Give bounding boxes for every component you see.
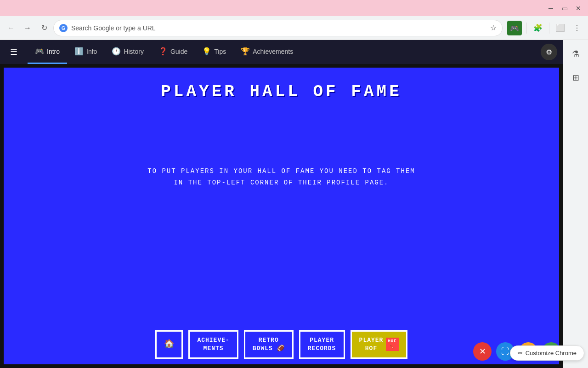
info-label: Info: [86, 48, 97, 55]
game-message-line1: TO PUT PLAYERS IN YOUR HALL OF FAME YOU …: [147, 166, 415, 177]
address-text: Search Google or type a URL: [71, 24, 486, 32]
game-nav-bar: ☰ 🎮 Intro ℹ️ Info 🕐 History ❓ Guide 💡 Ti…: [0, 40, 563, 64]
nav-item-info[interactable]: ℹ️ Info: [67, 40, 104, 64]
player-hof-label: PLAYERHOF: [359, 336, 384, 353]
fab-close-button[interactable]: ✕: [473, 342, 492, 361]
nav-item-achievements[interactable]: 🏆 Achievements: [233, 40, 300, 64]
close-button[interactable]: ✕: [572, 2, 584, 14]
google-logo: G: [59, 24, 68, 32]
customize-chrome-label: Customize Chrome: [526, 350, 577, 356]
fab-expand-icon: ⛶: [501, 347, 509, 356]
extensions-button[interactable]: 🧩: [531, 21, 545, 35]
maximize-button[interactable]: ▭: [559, 2, 571, 14]
game-content: PLAYER HALL OF FAME TO PUT PLAYERS IN YO…: [0, 64, 563, 368]
main-content: ☰ 🎮 Intro ℹ️ Info 🕐 History ❓ Guide 💡 Ti…: [0, 40, 563, 368]
intro-icon: 🎮: [35, 47, 44, 56]
toolbar-right: 🎮 🧩 ⬜ ⋮: [506, 20, 584, 36]
side-panel-grid-button[interactable]: ⊞: [567, 69, 584, 86]
browser-toolbar: ← → ↻ G Search Google or type a URL ☆ 🎮 …: [0, 16, 588, 40]
customize-chrome-icon: ✏: [518, 350, 523, 356]
minimize-button[interactable]: ─: [545, 2, 557, 14]
retro-bowls-game-button[interactable]: RETROBOWLS 🏈: [244, 330, 294, 359]
game-message: TO PUT PLAYERS IN YOUR HALL OF FAME YOU …: [129, 166, 433, 189]
nav-item-history[interactable]: 🕐 History: [104, 40, 151, 64]
nav-item-guide[interactable]: ❓ Guide: [151, 40, 195, 64]
achievements-label: Achievements: [253, 48, 293, 55]
title-bar: ─ ▭ ✕: [0, 0, 588, 16]
cast-button[interactable]: ⬜: [553, 21, 568, 35]
game-frame: PLAYER HALL OF FAME TO PUT PLAYERS IN YO…: [4, 68, 559, 364]
player-records-game-button[interactable]: PLAYERRECORDS: [299, 330, 345, 359]
customize-chrome-button[interactable]: ✏ Customize Chrome: [510, 345, 584, 361]
guide-icon: ❓: [158, 47, 168, 56]
hof-badge: HOF🔖: [386, 338, 398, 351]
flask-icon: ⚗: [572, 49, 579, 59]
back-button[interactable]: ←: [4, 21, 18, 35]
side-panel-flask-button[interactable]: ⚗: [567, 46, 584, 62]
guide-label: Guide: [170, 48, 187, 55]
forward-button[interactable]: →: [20, 21, 35, 35]
side-panel: ⚗ ⊞: [563, 40, 588, 368]
game-title: PLAYER HALL OF FAME: [161, 82, 401, 101]
nav-settings-button[interactable]: ⚙: [541, 44, 557, 60]
nav-item-tips[interactable]: 💡 Tips: [195, 40, 233, 64]
menu-button[interactable]: ⋮: [570, 21, 584, 35]
history-label: History: [124, 48, 144, 55]
settings-icon: ⚙: [546, 48, 552, 57]
hamburger-icon: ☰: [10, 47, 17, 57]
tips-icon: 💡: [202, 47, 211, 56]
extension-icon: 🎮: [507, 21, 522, 35]
game-extension-button[interactable]: 🎮: [506, 20, 523, 36]
tips-label: Tips: [214, 48, 226, 55]
history-icon: 🕐: [112, 47, 121, 56]
info-icon: ℹ️: [74, 47, 84, 56]
achievements-icon: 🏆: [241, 47, 250, 56]
toolbar-divider: [526, 23, 527, 34]
svg-text:🎮: 🎮: [510, 24, 519, 33]
game-message-line2: IN THE TOP-LEFT CORNER OF THEIR PROFILE …: [147, 177, 415, 189]
achievements-game-button[interactable]: ACHIEVE-MENTS: [188, 330, 238, 359]
intro-label: Intro: [47, 48, 60, 55]
grid-icon: ⊞: [572, 73, 579, 83]
player-hof-game-button[interactable]: PLAYERHOF HOF🔖: [351, 330, 407, 359]
nav-hamburger-button[interactable]: ☰: [6, 44, 22, 60]
bookmark-star-icon[interactable]: ☆: [490, 23, 497, 32]
address-bar[interactable]: G Search Google or type a URL ☆: [53, 20, 503, 36]
home-game-button[interactable]: 🏠: [155, 330, 183, 359]
fab-close-icon: ✕: [479, 346, 486, 356]
refresh-button[interactable]: ↻: [37, 21, 51, 35]
nav-item-intro[interactable]: 🎮 Intro: [28, 40, 67, 64]
toolbar-divider2: [549, 23, 549, 34]
